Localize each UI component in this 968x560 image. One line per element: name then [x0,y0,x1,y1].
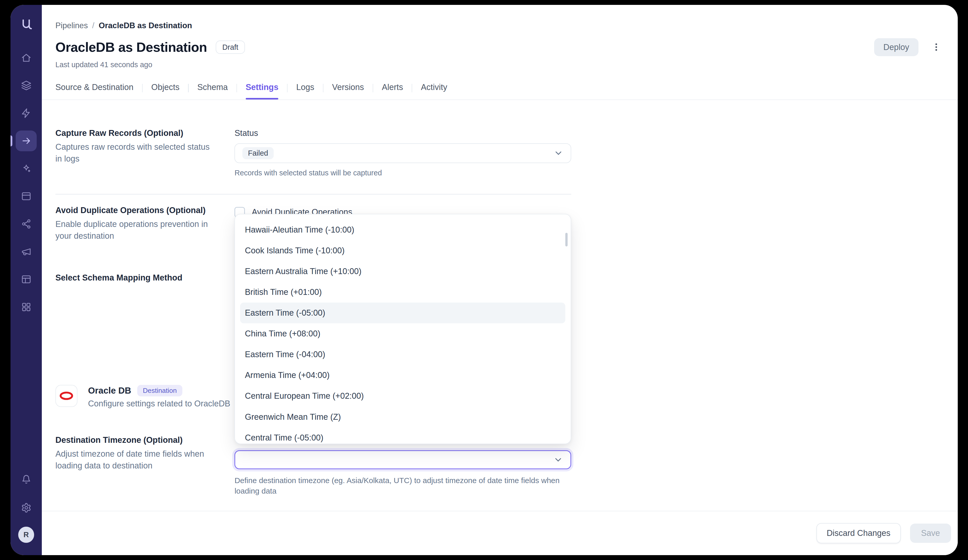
sidebar-item-sources[interactable] [16,75,36,96]
dropdown-scrollbar[interactable] [565,233,568,247]
chevron-down-icon [554,148,563,158]
bell-icon [21,474,31,485]
timezone-option[interactable]: Eastern Australia Time (+10:00) [240,261,565,282]
timezone-option[interactable]: Hawaii-Aleutian Time (-10:00) [240,219,565,240]
layout-grid-icon [21,302,31,312]
destination-type-badge: Destination [137,385,182,396]
footer-bar: Discard Changes Save [42,511,958,555]
gear-icon [21,502,31,513]
section-description: Captures raw records with selected statu… [55,141,216,165]
section-title: Destination Timezone (Optional) [55,436,216,445]
sidebar-item-models[interactable] [16,269,36,290]
tab-bar: Source & Destination Objects Schema Sett… [55,83,943,99]
tab-source-destination[interactable]: Source & Destination [55,83,133,99]
sidebar-item-announcements[interactable] [16,241,36,262]
section-divider [55,194,571,194]
sidebar-item-pipelines[interactable] [16,131,36,152]
sidebar: R [10,5,42,555]
arrow-right-icon [21,136,31,146]
more-menu-icon[interactable] [930,39,943,55]
sidebar-item-apps[interactable] [16,297,36,318]
breadcrumb-pipelines[interactable]: Pipelines [55,21,88,30]
tab-divider [188,84,189,93]
timezone-option[interactable]: Greenwich Mean Time (Z) [240,407,565,427]
tab-divider [237,84,237,93]
title-row: OracleDB as Destination Draft Deploy [55,38,943,56]
sidebar-item-connections[interactable] [16,214,36,235]
timezone-option[interactable]: Armenia Time (+04:00) [240,365,565,386]
tab-divider [412,84,412,93]
chevron-down-icon [553,455,563,465]
zap-icon [21,108,31,118]
timezone-option[interactable]: Eastern Time (-05:00) [240,303,565,323]
status-select[interactable]: Failed [234,143,571,163]
save-button[interactable]: Save [910,524,951,543]
page-title: OracleDB as Destination [55,40,207,55]
breadcrumb-current: OracleDB as Destination [99,21,192,30]
destination-timezone-section: Destination Timezone (Optional) Adjust t… [55,436,571,496]
breadcrumb-separator: / [92,21,94,30]
sidebar-item-workspace[interactable] [16,186,36,207]
settings-form: Capture Raw Records (Optional) Captures … [42,100,958,511]
settings-button[interactable] [16,497,36,518]
timezone-option[interactable]: British Time (+01:00) [240,282,565,303]
status-value-chip: Failed [242,147,273,159]
tab-objects[interactable]: Objects [151,83,179,99]
tab-divider [142,84,143,93]
table-icon [21,274,31,285]
timezone-option[interactable]: Central Time (-05:00) [240,427,565,444]
section-title: Avoid Duplicate Operations (Optional) [55,205,216,215]
tab-versions[interactable]: Versions [332,83,364,99]
draft-status-badge: Draft [216,40,245,54]
timezone-option[interactable]: Eastern Time (-04:00) [240,344,565,365]
section-description: Adjust timezone of date time fields when… [55,448,216,472]
timezone-select-input[interactable] [234,450,571,469]
tab-logs[interactable]: Logs [296,83,314,99]
sidebar-item-transforms[interactable] [16,158,36,179]
megaphone-icon [21,247,31,257]
section-description: Enable duplicate operations prevention i… [55,218,216,242]
tab-divider [287,84,288,93]
timezone-helper-text: Define destination timezone (eg. Asia/Ko… [234,476,571,496]
panel-window-icon [21,191,31,202]
tab-divider [323,84,323,93]
timezone-option[interactable]: China Time (+08:00) [240,323,565,344]
status-field-label: Status [234,128,571,138]
destination-name: Oracle DB [88,385,131,396]
app-window: R Pipelines / OracleDB as Destination Or… [10,5,958,555]
section-title: Capture Raw Records (Optional) [55,128,216,138]
tab-settings[interactable]: Settings [246,83,278,99]
home-icon [21,53,31,63]
user-avatar[interactable]: R [18,527,34,543]
timezone-dropdown-panel: Hawaii-Aleutian Time (-10:00) Cook Islan… [234,214,571,444]
sparkles-icon [21,163,31,174]
timezone-option[interactable]: Cook Islands Time (-10:00) [240,240,565,261]
tab-schema[interactable]: Schema [197,83,228,99]
timezone-option[interactable]: Central European Time (+02:00) [240,386,565,406]
page-header: Pipelines / OracleDB as Destination Orac… [42,5,958,99]
sidebar-item-home[interactable] [16,48,36,68]
layers-icon [21,80,31,91]
destination-description: Configure settings related to OracleDB [88,399,230,408]
tab-alerts[interactable]: Alerts [382,83,403,99]
breadcrumb: Pipelines / OracleDB as Destination [55,21,943,30]
status-helper-text: Records with selected status will be cap… [234,168,571,178]
tab-divider [373,84,373,93]
tab-activity[interactable]: Activity [421,83,448,99]
notifications-button[interactable] [16,469,36,490]
last-updated-text: Last updated 41 seconds ago [55,61,943,69]
oracle-logo-icon [55,385,78,407]
app-logo-icon[interactable] [18,16,35,33]
discard-changes-button[interactable]: Discard Changes [816,523,901,543]
share-nodes-icon [21,219,31,229]
main-content: Pipelines / OracleDB as Destination Orac… [42,5,958,555]
sidebar-item-events[interactable] [16,103,36,124]
capture-raw-records-section: Capture Raw Records (Optional) Captures … [55,128,571,178]
deploy-button[interactable]: Deploy [874,38,918,56]
